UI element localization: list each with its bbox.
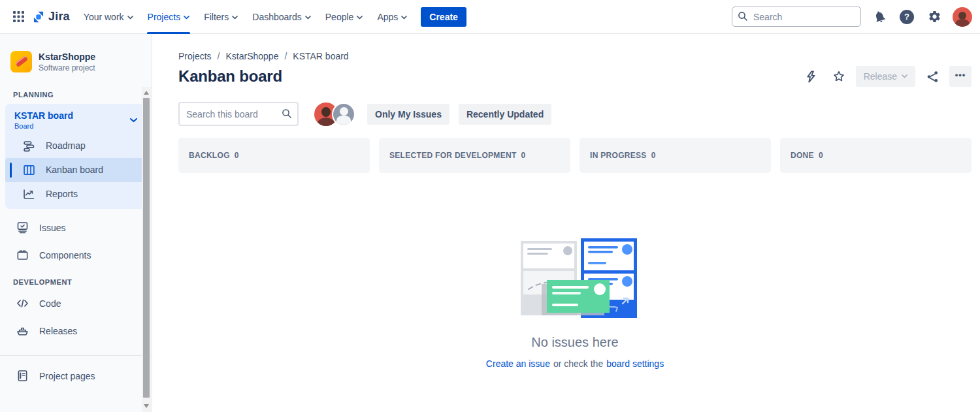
board-name: KSTAR board [14,110,73,122]
chevron-down-icon [357,16,363,20]
user-avatar[interactable] [953,7,972,27]
sidebar-item-components[interactable]: Components [0,242,152,269]
nav-item-apps[interactable]: Apps [370,0,414,34]
only-my-issues-button[interactable]: Only My Issues [367,104,449,125]
column-in-progress[interactable]: IN PROGRESS 0 [580,138,771,173]
breadcrumb-project-name[interactable]: KstarShoppe [225,51,278,61]
automation-lightning-icon[interactable] [801,66,822,87]
releases-icon [14,323,30,339]
breadcrumb-separator: / [284,51,287,61]
sidebar-item-project-pages[interactable]: Project pages [0,362,152,390]
scroll-down-arrow-icon[interactable] [144,404,149,408]
app-switcher-icon[interactable] [8,7,29,27]
project-type: Software project [39,63,95,72]
board-switcher[interactable]: KSTAR board Board [5,109,145,134]
global-search-input[interactable] [732,7,861,27]
nav-item-filters[interactable]: Filters [197,0,245,34]
nav-item-your-work[interactable]: Your work [76,0,140,34]
project-pages-icon [14,368,30,384]
section-header-development: DEVELOPMENT [0,269,152,290]
chevron-down-icon [401,16,407,20]
nav-item-people[interactable]: People [318,0,370,34]
sidebar-item-reports[interactable]: Reports [5,182,145,206]
issues-icon [14,220,30,236]
board-member-avatars [314,103,355,126]
main-content: Projects / KstarShoppe / KSTAR board Kan… [152,34,980,412]
project-avatar [10,51,32,72]
release-button[interactable]: Release [856,66,915,87]
sidebar-item-label: Components [39,250,91,261]
board-settings-link[interactable]: board settings [606,358,664,369]
help-icon[interactable]: ? [898,8,916,26]
recently-updated-button[interactable]: Recently Updated [459,104,551,125]
sidebar-item-label: Releases [39,326,77,336]
chevron-down-icon [305,16,311,20]
kanban-icon [21,162,37,178]
sidebar-item-label: Project pages [39,371,95,381]
board-search-input[interactable] [178,102,299,126]
breadcrumb-board-name[interactable]: KSTAR board [293,51,348,61]
board-search [178,102,299,126]
member-avatar-default[interactable] [332,103,355,126]
scrollbar-thumb[interactable] [143,98,150,398]
empty-state-title: No issues here [531,335,618,350]
sidebar-item-label: Kanban board [46,165,103,175]
roadmap-icon [21,138,37,153]
empty-board-illustration [513,238,637,318]
jira-logo[interactable]: Jira [29,10,76,24]
sidebar-item-code[interactable]: Code [0,290,152,317]
top-navigation: Jira Your work Projects Filters Dashboar… [0,0,980,34]
create-button[interactable]: Create [421,7,466,27]
nav-item-dashboards[interactable]: Dashboards [245,0,318,34]
nav-item-projects[interactable]: Projects [140,0,197,34]
components-icon [14,247,30,263]
scroll-up-arrow-icon[interactable] [144,91,149,95]
search-icon [282,108,292,121]
chevron-down-icon [184,16,189,20]
empty-state-links: Create an issue or check the board setti… [486,358,664,369]
project-sidebar: KstarShoppe Software project PLANNING KS… [0,34,152,412]
notifications-icon[interactable] [870,8,889,26]
empty-state-middle-text: or check the [553,358,603,369]
sidebar-scrollbar[interactable] [142,87,151,412]
search-icon [738,11,748,24]
settings-gear-icon[interactable] [925,8,943,26]
reports-icon [21,186,37,202]
project-header[interactable]: KstarShoppe Software project [0,51,152,82]
column-count: 0 [235,151,239,160]
breadcrumb-projects[interactable]: Projects [178,51,212,61]
sidebar-item-label: Issues [39,223,65,233]
star-icon[interactable] [828,66,849,87]
column-count: 0 [651,151,656,160]
chevron-down-icon [130,114,137,125]
chevron-down-icon [902,74,907,78]
sidebar-divider [0,355,152,356]
jira-logo-icon [31,10,46,24]
nav-right-cluster: ? [732,7,972,27]
column-selected-for-development[interactable]: SELECTED FOR DEVELOPMENT 0 [379,138,570,173]
board-toolbar: Only My Issues Recently Updated [178,102,972,126]
section-header-planning: PLANNING [0,82,152,103]
sidebar-item-releases[interactable]: Releases [0,317,152,345]
sidebar-item-roadmap[interactable]: Roadmap [5,134,145,158]
board-header-actions: Release ••• [801,66,972,87]
column-count: 0 [521,151,526,160]
primary-nav: Your work Projects Filters Dashboards Pe… [76,0,414,34]
more-options-button[interactable]: ••• [949,66,972,87]
sidebar-item-issues[interactable]: Issues [0,214,152,242]
board-group: KSTAR board Board Roadmap Kanban board [5,104,145,209]
sidebar-item-label: Reports [46,189,78,199]
breadcrumb: Projects / KstarShoppe / KSTAR board [178,51,972,61]
sidebar-item-kanban-board[interactable]: Kanban board [5,158,145,182]
sidebar-item-label: Code [39,298,61,309]
brand-name: Jira [48,10,70,24]
share-icon[interactable] [922,66,943,87]
breadcrumb-separator: / [218,51,220,61]
code-icon [14,296,30,311]
column-backlog[interactable]: BACKLOG 0 [178,138,370,173]
board-subtitle: Board [14,122,73,130]
empty-state: No issues here Create an issue or check … [178,238,972,369]
create-an-issue-link[interactable]: Create an issue [486,358,550,369]
sidebar-item-label: Roadmap [46,140,86,151]
column-done[interactable]: DONE 0 [780,138,972,173]
